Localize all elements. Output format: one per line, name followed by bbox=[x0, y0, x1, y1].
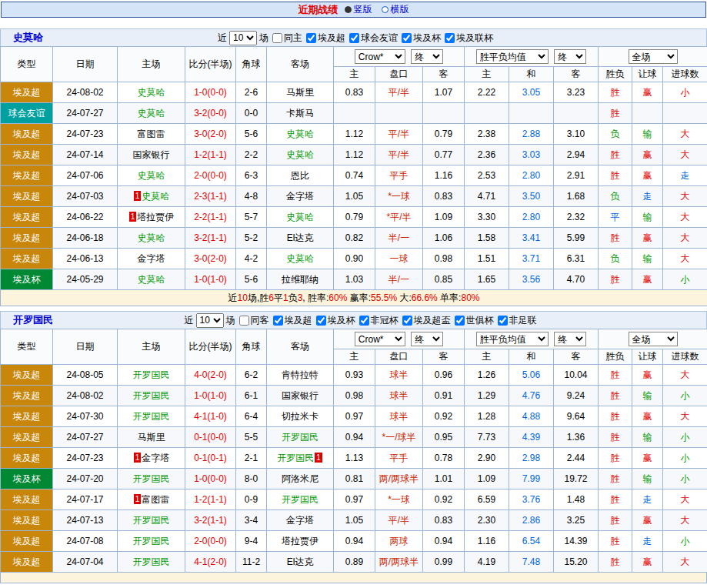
goals-result-cell bbox=[663, 103, 707, 124]
let-result-cell: 赢 bbox=[632, 165, 663, 186]
result-cell: 胜 bbox=[599, 531, 632, 552]
match-row: 埃及超24-07-23富图雷3-0(2-0)5-6史莫哈1.12平/半0.792… bbox=[1, 124, 707, 145]
away-team[interactable]: 阿洛米尼 bbox=[267, 469, 334, 489]
away-team[interactable]: 恩比 bbox=[267, 165, 334, 186]
avg-draw-cell: 2.80 bbox=[509, 207, 554, 228]
corner-cell: 6-4 bbox=[236, 406, 267, 427]
away-team[interactable]: 开罗国民 bbox=[267, 489, 334, 510]
avg-final-select[interactable]: 终 bbox=[554, 332, 586, 346]
avg-draw-cell: 3.71 bbox=[509, 249, 554, 269]
home-team[interactable]: 开罗国民 bbox=[118, 386, 185, 406]
section-header-ahly: 开罗国民 近10场同客埃及超埃及杯非冠杯埃及超盃世俱杯非足联 bbox=[0, 311, 707, 329]
away-team[interactable]: 金字塔 bbox=[267, 510, 334, 531]
away-team[interactable]: 国家银行 bbox=[267, 386, 334, 406]
radio-vertical[interactable]: 竖版 bbox=[345, 3, 372, 16]
home-team[interactable]: 史莫哈 bbox=[118, 228, 185, 249]
away-team[interactable]: 史莫哈 bbox=[267, 124, 334, 145]
away-team[interactable]: 金字塔 bbox=[267, 186, 334, 207]
home-team[interactable]: 1塔拉贾伊 bbox=[118, 207, 185, 228]
match-row: 球会友谊24-07-27史莫哈3-2(0-0)0-0卡斯马胜 bbox=[1, 103, 707, 124]
away-team[interactable]: El达克 bbox=[267, 552, 334, 573]
home-odds-cell: 0.81 bbox=[334, 469, 375, 489]
home-odds-cell: 0.97 bbox=[334, 489, 375, 510]
away-team[interactable]: 史莫哈 bbox=[267, 145, 334, 165]
date-cell: 24-07-03 bbox=[53, 186, 118, 207]
radio-horizontal[interactable]: 横版 bbox=[382, 3, 409, 16]
league-filter-checkbox[interactable]: 世俱杯 bbox=[455, 314, 494, 327]
league-cell: 埃及超 bbox=[1, 207, 53, 228]
home-team[interactable]: 开罗国民 bbox=[118, 406, 185, 427]
let-result-cell bbox=[632, 103, 663, 124]
home-odds-cell bbox=[334, 103, 375, 124]
date-cell: 24-07-27 bbox=[53, 103, 118, 124]
league-filter-checkbox[interactable]: 埃及超 bbox=[306, 32, 345, 45]
let-result-cell: 输 bbox=[632, 469, 663, 489]
matches-table-smouha: 类型 日期 主场 比分(半场) 角球 客场 Crow* 终 胜平负均值 终 全场… bbox=[0, 46, 707, 306]
avg-select[interactable]: 胜平负均值 bbox=[476, 49, 549, 64]
fulltime-select[interactable]: 全场 bbox=[629, 332, 678, 346]
avg-draw-cell: 3.50 bbox=[509, 186, 554, 207]
home-team[interactable]: 开罗国民 bbox=[118, 469, 185, 489]
home-team[interactable]: 1富图雷 bbox=[118, 489, 185, 510]
result-cell: 胜 bbox=[599, 269, 632, 290]
home-team[interactable]: 国家银行 bbox=[118, 145, 185, 165]
league-filter-checkbox[interactable]: 埃及超盃 bbox=[402, 314, 451, 327]
home-team[interactable]: 史莫哈 bbox=[118, 103, 185, 124]
away-team[interactable]: 史莫哈 bbox=[267, 207, 334, 228]
home-team[interactable]: 马斯里 bbox=[118, 427, 185, 448]
league-filter-checkbox[interactable]: 非冠杯 bbox=[359, 314, 399, 327]
away-team[interactable]: 切拉米卡 bbox=[267, 406, 334, 427]
league-cell: 埃及超 bbox=[1, 386, 53, 406]
home-team[interactable]: 开罗国民 bbox=[118, 365, 185, 386]
home-team[interactable]: 史莫哈 bbox=[118, 165, 185, 186]
league-filter-checkbox[interactable]: 埃及联杯 bbox=[445, 32, 493, 45]
odds-final-select[interactable]: 终 bbox=[411, 332, 443, 346]
radio-vertical-label: 竖版 bbox=[354, 3, 372, 16]
home-team[interactable]: 开罗国民 bbox=[118, 510, 185, 531]
away-team[interactable]: 开罗国民 bbox=[267, 427, 334, 448]
home-team[interactable]: 1金字塔 bbox=[118, 448, 185, 469]
away-team[interactable]: 史莫哈 bbox=[267, 249, 334, 269]
away-team[interactable]: 开罗国民1 bbox=[267, 448, 334, 469]
bookmaker-select[interactable]: Crow* bbox=[355, 49, 405, 64]
match-row: 埃及超24-08-05开罗国民4-0(2-0)6-2肯特拉特0.93球半0.96… bbox=[1, 365, 707, 386]
league-filter-checkbox[interactable]: 球会友谊 bbox=[349, 32, 398, 45]
home-team[interactable]: 开罗国民 bbox=[118, 531, 185, 552]
avg-select[interactable]: 胜平负均值 bbox=[476, 332, 549, 346]
score-cell: 3-0(2-0) bbox=[185, 124, 236, 145]
corner-cell: 11-2 bbox=[236, 552, 267, 573]
avg-final-select[interactable]: 终 bbox=[554, 49, 586, 64]
match-count-select[interactable]: 10 bbox=[229, 31, 257, 45]
home-team[interactable]: 史莫哈 bbox=[118, 269, 185, 290]
away-team[interactable]: 拉维耶纳 bbox=[267, 269, 334, 290]
league-filter-checkbox[interactable]: 埃及杯 bbox=[402, 32, 441, 45]
score-cell: 3-2(1-1) bbox=[185, 510, 236, 531]
same-venue-checkbox[interactable]: 同主 bbox=[272, 32, 302, 45]
league-cell: 埃及超 bbox=[1, 228, 53, 249]
radio-horizontal-icon[interactable] bbox=[382, 6, 389, 13]
home-odds-cell: 0.83 bbox=[334, 82, 375, 103]
away-team[interactable]: 卡斯马 bbox=[267, 103, 334, 124]
league-filter-checkbox[interactable]: 埃及杯 bbox=[316, 314, 355, 327]
result-cell: 胜 bbox=[599, 365, 632, 386]
home-team[interactable]: 富图雷 bbox=[118, 124, 185, 145]
league-filter-checkbox[interactable]: 非足联 bbox=[498, 314, 537, 327]
match-count-select[interactable]: 10 bbox=[196, 313, 224, 328]
avg-draw-cell: 5.06 bbox=[509, 365, 554, 386]
league-filter-checkbox[interactable]: 埃及超 bbox=[273, 314, 312, 327]
odds-final-select[interactable]: 终 bbox=[411, 49, 443, 64]
matches-table-ahly: 类型 日期 主场 比分(半场) 角球 客场 Crow* 终 胜平负均值 终 全场… bbox=[0, 329, 707, 573]
goals-result-cell: 大 bbox=[663, 186, 707, 207]
away-team[interactable]: 马斯里 bbox=[267, 82, 334, 103]
same-venue-checkbox[interactable]: 同客 bbox=[239, 314, 269, 327]
home-team[interactable]: 开罗国民 bbox=[118, 552, 185, 573]
away-team[interactable]: 塔拉贾伊 bbox=[267, 531, 334, 552]
fulltime-select[interactable]: 全场 bbox=[629, 49, 678, 64]
home-team[interactable]: 1史莫哈 bbox=[118, 186, 185, 207]
radio-vertical-icon[interactable] bbox=[345, 6, 352, 13]
away-team[interactable]: 肯特拉特 bbox=[267, 365, 334, 386]
home-team[interactable]: 史莫哈 bbox=[118, 82, 185, 103]
home-team[interactable]: 金字塔 bbox=[118, 249, 185, 269]
away-team[interactable]: El达克 bbox=[267, 228, 334, 249]
bookmaker-select[interactable]: Crow* bbox=[355, 332, 405, 346]
